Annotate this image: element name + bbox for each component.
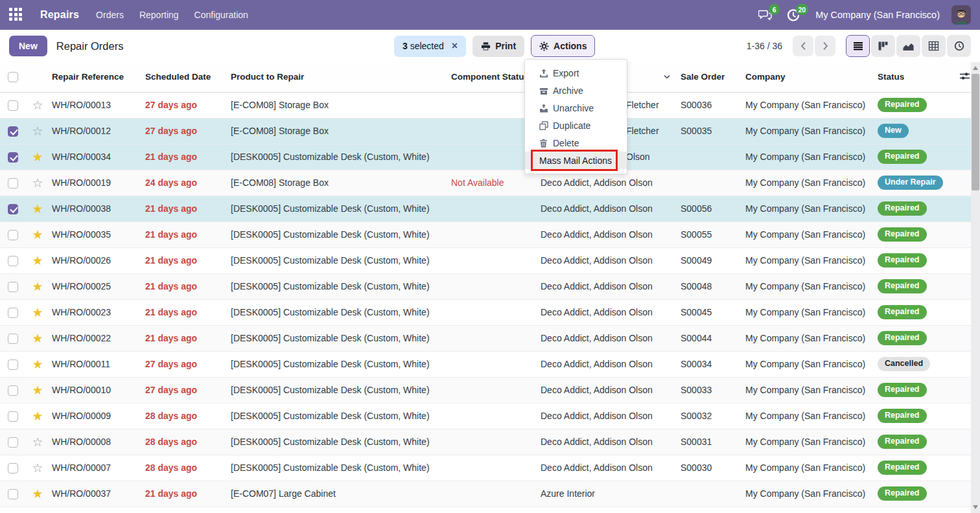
sale-order-cell[interactable] [678, 144, 743, 170]
repair-reference-cell[interactable]: WH/RO/00012 [49, 118, 143, 144]
status-cell[interactable]: Repaired [875, 325, 959, 351]
menu-item-delete[interactable]: Delete [525, 134, 627, 152]
clear-selection-icon[interactable]: × [452, 41, 458, 51]
component-status-cell[interactable] [449, 455, 538, 481]
sale-order-cell[interactable]: S00045 [678, 299, 743, 325]
company-cell[interactable]: My Company (San Francisco) [743, 92, 875, 118]
product-cell[interactable]: [E-COM07] Large Cabinet [228, 481, 449, 507]
scheduled-date-cell[interactable]: 21 days ago [143, 325, 228, 351]
col-scheduled-date[interactable]: Scheduled Date [143, 62, 228, 92]
table-row[interactable]: ☆WH/RO/0000828 days ago[DESK0005] Custom… [0, 429, 971, 455]
scheduled-date-cell[interactable]: 28 days ago [143, 455, 228, 481]
activities-icon[interactable]: 20 [787, 7, 804, 23]
row-checkbox[interactable] [8, 489, 18, 499]
company-cell[interactable]: My Company (San Francisco) [743, 196, 875, 222]
row-checkbox[interactable] [8, 126, 18, 137]
menu-item-export[interactable]: Export [525, 64, 627, 82]
sale-order-cell[interactable]: S00055 [678, 222, 743, 247]
product-cell[interactable]: [DESK0005] Customizable Desk (Custom, Wh… [228, 325, 449, 351]
company-cell[interactable]: My Company (San Francisco) [743, 222, 875, 247]
scheduled-date-cell[interactable]: 21 days ago [143, 481, 228, 507]
sale-order-cell[interactable]: S00056 [678, 196, 743, 222]
customer-cell[interactable]: Deco Addict, Addison Olson [538, 273, 678, 299]
repair-reference-cell[interactable]: WH/RO/00038 [49, 196, 143, 222]
table-row[interactable]: ★WH/RO/0003821 days ago[DESK0005] Custom… [0, 196, 971, 222]
col-status[interactable]: Status [875, 62, 959, 92]
priority-star-icon[interactable]: ★ [32, 280, 43, 293]
print-button[interactable]: Print [472, 36, 524, 57]
customer-cell[interactable]: Deco Addict, Addison Olson [538, 429, 678, 455]
status-cell[interactable]: Repaired [875, 144, 959, 170]
repair-reference-cell[interactable]: WH/RO/00022 [49, 325, 143, 351]
table-row[interactable]: ★WH/RO/0000928 days ago[DESK0005] Custom… [0, 403, 971, 429]
row-checkbox[interactable] [8, 437, 18, 448]
row-checkbox[interactable] [8, 334, 18, 344]
topbar-menu-configuration[interactable]: Configuration [194, 10, 248, 20]
customer-cell[interactable]: Deco Addict, Addison Olson [538, 196, 678, 222]
row-checkbox[interactable] [8, 463, 18, 473]
messages-icon[interactable]: 6 [758, 7, 775, 23]
component-status-cell[interactable] [449, 273, 538, 299]
scheduled-date-cell[interactable]: 27 days ago [143, 92, 228, 118]
product-cell[interactable]: [DESK0005] Customizable Desk (Custom, Wh… [228, 403, 449, 429]
table-row[interactable]: ★WH/RO/0002321 days ago[DESK0005] Custom… [0, 299, 971, 325]
scheduled-date-cell[interactable]: 21 days ago [143, 196, 228, 222]
row-checkbox[interactable] [8, 308, 18, 318]
sale-order-cell[interactable]: S00031 [678, 429, 743, 455]
product-cell[interactable]: [E-COM08] Storage Box [228, 92, 449, 118]
company-cell[interactable]: My Company (San Francisco) [743, 144, 875, 170]
sale-order-cell[interactable]: S00036 [678, 92, 743, 118]
scheduled-date-cell[interactable]: 21 days ago [143, 299, 228, 325]
customer-cell[interactable]: Deco Addict, Addison Olson [538, 299, 678, 325]
user-avatar[interactable] [951, 5, 971, 25]
product-cell[interactable]: [DESK0005] Customizable Desk (Custom, Wh… [228, 455, 449, 481]
status-cell[interactable]: Repaired [875, 481, 959, 507]
status-cell[interactable]: Under Repair [875, 170, 959, 196]
priority-star-icon[interactable]: ★ [32, 150, 43, 164]
priority-star-icon[interactable]: ★ [32, 358, 43, 371]
scheduled-date-cell[interactable]: 28 days ago [143, 429, 228, 455]
product-cell[interactable]: [DESK0005] Customizable Desk (Custom, Wh… [228, 247, 449, 273]
scroll-down-arrow[interactable] [971, 503, 980, 512]
company-cell[interactable]: My Company (San Francisco) [743, 299, 875, 325]
sale-order-cell[interactable]: S00030 [678, 455, 743, 481]
view-activity-button[interactable] [947, 35, 971, 57]
status-cell[interactable]: Repaired [875, 299, 959, 325]
priority-star-icon[interactable]: ★ [32, 306, 43, 319]
sale-order-cell[interactable]: S00035 [678, 118, 743, 144]
table-row[interactable]: ★WH/RO/0002521 days ago[DESK0005] Custom… [0, 273, 971, 299]
table-row[interactable]: ★WH/RO/0003521 days ago[DESK0005] Custom… [0, 222, 971, 247]
product-cell[interactable]: [DESK0005] Customizable Desk (Custom, Wh… [228, 299, 449, 325]
menu-item-unarchive[interactable]: Unarchive [525, 99, 627, 117]
customer-cell[interactable]: Deco Addict, Addison Olson [538, 455, 678, 481]
repair-reference-cell[interactable]: WH/RO/00035 [49, 222, 143, 247]
table-row[interactable]: ☆WH/RO/0001924 days ago[E-COM08] Storage… [0, 170, 971, 196]
view-pivot-button[interactable] [922, 35, 946, 57]
status-cell[interactable]: Repaired [875, 196, 959, 222]
row-checkbox[interactable] [8, 100, 18, 111]
scheduled-date-cell[interactable]: 24 days ago [143, 170, 228, 196]
priority-star-icon[interactable]: ☆ [32, 124, 43, 138]
new-button[interactable]: New [9, 36, 47, 56]
priority-star-icon[interactable]: ★ [32, 409, 43, 423]
component-status-cell[interactable] [449, 247, 538, 273]
repair-reference-cell[interactable]: WH/RO/00008 [49, 429, 143, 455]
customer-cell[interactable]: Deco Addict, Addison Olson [538, 325, 678, 351]
customer-cell[interactable]: Azure Interior [538, 481, 678, 507]
status-cell[interactable]: New [875, 118, 959, 144]
col-sale-order[interactable]: Sale Order [678, 62, 743, 92]
optional-columns-icon[interactable] [959, 71, 970, 84]
status-cell[interactable]: Repaired [875, 377, 959, 403]
table-row[interactable]: ★WH/RO/0001027 days ago[DESK0005] Custom… [0, 377, 971, 403]
row-checkbox[interactable] [8, 256, 18, 266]
table-row[interactable]: ★WH/RO/0002221 days ago[DESK0005] Custom… [0, 325, 971, 351]
row-checkbox[interactable] [8, 411, 18, 422]
priority-star-icon[interactable]: ☆ [32, 461, 43, 475]
sale-order-cell[interactable]: S00034 [678, 351, 743, 377]
scheduled-date-cell[interactable]: 21 days ago [143, 247, 228, 273]
customer-cell[interactable]: Deco Addict, Addison Olson [538, 222, 678, 247]
sale-order-cell[interactable] [678, 170, 743, 196]
product-cell[interactable]: [E-COM08] Storage Box [228, 170, 449, 196]
scheduled-date-cell[interactable]: 27 days ago [143, 377, 228, 403]
repair-reference-cell[interactable]: WH/RO/00013 [49, 92, 143, 118]
